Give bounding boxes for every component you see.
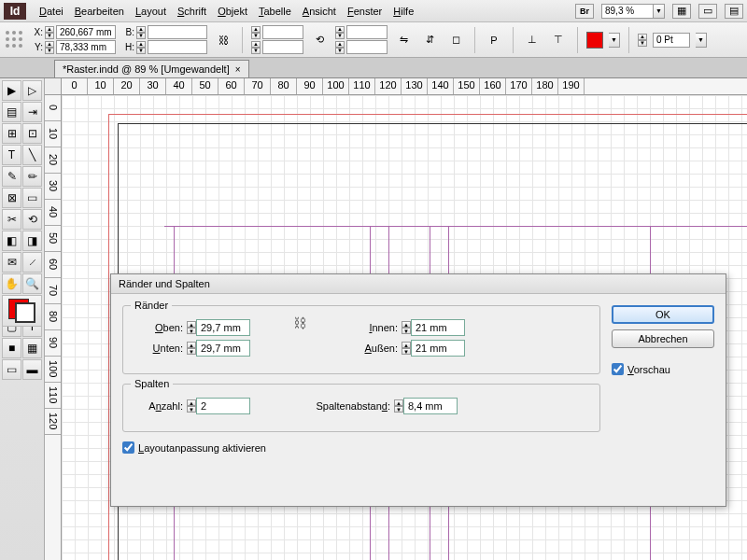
eyedropper-tool[interactable]: ⟋ [22, 252, 42, 273]
view-options-icon[interactable]: ▦ [672, 4, 691, 19]
zoom-combo[interactable]: ▼ [601, 4, 665, 19]
rectangle-tool[interactable]: ▭ [22, 188, 42, 208]
ruler-tick: 190 [558, 78, 585, 94]
x-up[interactable]: ▲ [45, 26, 54, 33]
page-tool[interactable]: ▤ [2, 102, 21, 122]
direct-selection-tool[interactable]: ▷ [22, 80, 42, 101]
ruler-tick: 110 [349, 78, 375, 94]
x-input[interactable] [56, 25, 116, 39]
ruler-tick: 150 [454, 78, 480, 94]
hand-tool[interactable]: ✋ [2, 273, 21, 294]
menu-bearbeiten[interactable]: Bearbeiten [69, 6, 130, 17]
stroke-color-swatch[interactable] [15, 302, 35, 323]
h-input[interactable] [148, 40, 207, 54]
gutter-label: Spaltenabstand: [288, 400, 390, 412]
fill-swatch[interactable] [586, 32, 603, 49]
menu-hilfe[interactable]: Hilfe [388, 6, 419, 17]
ruler-tick: 130 [402, 78, 428, 94]
ruler-tick: 90 [45, 330, 61, 357]
margins-columns-dialog: Ränder und Spalten Ränder Oben: ▲▼ Unten… [110, 273, 726, 507]
char-icon[interactable]: P [484, 30, 504, 50]
outside-label: Außen: [349, 343, 398, 354]
ruler-origin[interactable] [45, 78, 62, 95]
scale-x-input[interactable] [262, 25, 303, 39]
align-icon[interactable]: ⊥ [522, 30, 543, 50]
stroke-weight-input[interactable] [653, 33, 690, 48]
arrange-icon[interactable]: ▤ [725, 4, 743, 19]
layout-adjust-label: Layoutanpassung aktivieren [138, 442, 266, 454]
count-input[interactable] [196, 398, 250, 414]
outside-input[interactable] [411, 340, 465, 357]
pencil-tool[interactable]: ✏ [22, 166, 42, 187]
pen-tool[interactable]: ✎ [2, 166, 21, 187]
vertical-ruler[interactable]: 0102030405060708090100110120 [45, 95, 62, 560]
menu-layout[interactable]: Layout [130, 6, 172, 17]
screen-mode-icon[interactable]: ▭ [698, 4, 717, 19]
gradient-feather-tool[interactable]: ◨ [22, 231, 42, 251]
y-up[interactable]: ▲ [45, 41, 54, 48]
reference-point[interactable] [6, 31, 24, 49]
rotate-icon[interactable]: ⟲ [309, 30, 330, 50]
ruler-tick: 10 [45, 121, 61, 147]
ruler-tick: 70 [245, 78, 271, 94]
link-margins-icon[interactable]: ⛓ [288, 315, 312, 360]
ruler-tick: 100 [45, 357, 61, 383]
line-tool[interactable]: ╲ [22, 145, 42, 165]
selection-tool[interactable]: ▶ [2, 80, 21, 101]
menu-objekt[interactable]: Objekt [212, 6, 253, 17]
horizontal-ruler[interactable]: 0102030405060708090100110120130140150160… [62, 78, 747, 95]
gradient-tool[interactable]: ◧ [2, 231, 21, 251]
menu-tabelle[interactable]: Tabelle [253, 6, 297, 17]
note-tool[interactable]: ✉ [2, 252, 21, 273]
cancel-button[interactable]: Abbrechen [612, 329, 714, 348]
bottom-label: Unten: [134, 343, 183, 354]
flip-h-icon[interactable]: ⇋ [393, 30, 414, 50]
menu-fenster[interactable]: Fenster [342, 6, 388, 17]
inside-input[interactable] [411, 319, 465, 336]
bottom-input[interactable] [196, 340, 250, 357]
bridge-icon[interactable]: Br [575, 4, 594, 19]
y-input[interactable] [56, 40, 116, 54]
preview-view-tool[interactable]: ▬ [22, 359, 42, 380]
menu-schrift[interactable]: Schrift [172, 6, 212, 17]
flip-v-icon[interactable]: ⇵ [419, 30, 440, 50]
rotate-input[interactable] [346, 25, 388, 39]
content-tool[interactable]: ⊞ [2, 123, 21, 144]
select-container-icon[interactable]: ◻ [445, 30, 466, 50]
menu-datei[interactable]: Datei [34, 6, 69, 17]
constrain-icon[interactable]: ⛓ [213, 30, 233, 50]
close-icon[interactable]: × [235, 64, 241, 75]
stroke-dropdown[interactable]: ▼ [696, 33, 707, 48]
zoom-tool[interactable]: 🔍 [22, 273, 42, 294]
ok-button[interactable]: OK [612, 305, 714, 324]
apply-color-tool[interactable]: ■ [2, 338, 21, 358]
zoom-dropdown-arrow[interactable]: ▼ [654, 4, 665, 19]
document-tab[interactable]: *Raster.indd @ 89 % [Umgewandelt] × [54, 60, 249, 77]
zoom-input[interactable] [601, 4, 654, 19]
type-tool[interactable]: T [2, 145, 21, 165]
fill-dropdown[interactable]: ▼ [609, 33, 620, 48]
normal-view-tool[interactable]: ▭ [2, 359, 21, 380]
distribute-icon[interactable]: ⊤ [548, 30, 569, 50]
ruler-tick: 170 [506, 78, 532, 94]
fill-stroke-tool[interactable] [2, 295, 42, 327]
toolbox: ▶ ▷ ▤ ⇥ ⊞ ⊡ T ╲ ✎ ✏ ⊠ ▭ ✂ ⟲ ◧ ◨ ✉ ⟋ ✋ 🔍 … [0, 78, 45, 560]
layout-adjust-checkbox[interactable] [122, 441, 134, 454]
transform-tool[interactable]: ⟲ [22, 209, 42, 230]
shear-input[interactable] [346, 40, 388, 54]
scale-y-input[interactable] [262, 40, 303, 54]
menu-ansicht[interactable]: Ansicht [297, 6, 342, 17]
scissors-tool[interactable]: ✂ [2, 209, 21, 230]
h-label: H: [121, 42, 134, 52]
y-down[interactable]: ▼ [45, 48, 54, 54]
x-down[interactable]: ▼ [45, 33, 54, 39]
gap-tool[interactable]: ⇥ [22, 102, 42, 122]
preview-checkbox[interactable] [612, 363, 624, 375]
w-input[interactable] [148, 25, 207, 39]
content-grabber-tool[interactable]: ⊡ [22, 123, 42, 144]
gutter-input[interactable] [403, 398, 458, 414]
apply-gradient-tool[interactable]: ▦ [22, 338, 42, 358]
rectangle-frame-tool[interactable]: ⊠ [2, 188, 21, 208]
ruler-tick: 90 [297, 78, 323, 94]
top-input[interactable] [196, 319, 250, 336]
